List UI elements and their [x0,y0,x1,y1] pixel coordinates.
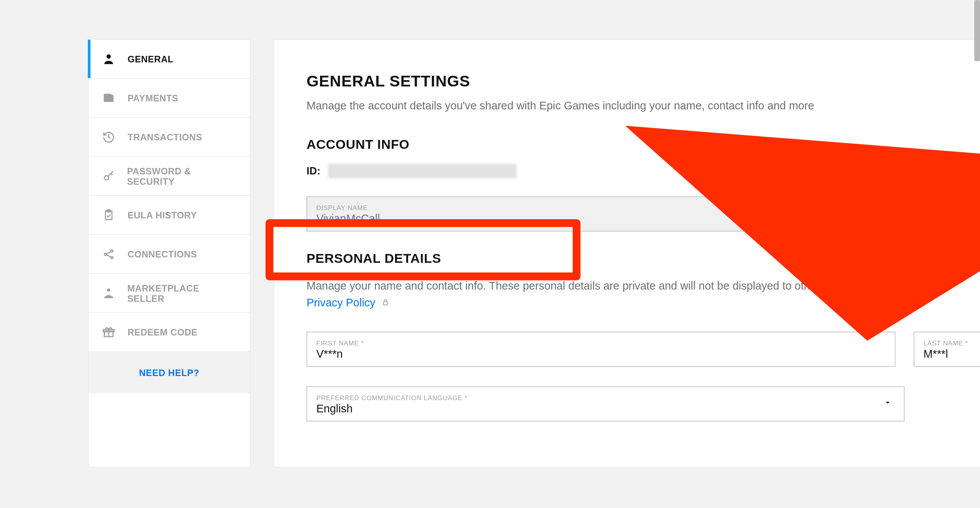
privacy-policy-link[interactable]: Privacy Policy [307,296,376,308]
sidebar-item-label: TRANSACTIONS [127,132,202,142]
chevron-down-icon [883,398,892,410]
page-subtitle: Manage the account details you've shared… [307,99,980,112]
share-icon [101,247,116,261]
sidebar-item-label: REDEEM CODE [127,327,198,337]
id-value-redacted [328,164,517,178]
wallet-icon [101,91,116,105]
edit-display-name-button[interactable] [860,196,895,231]
pencil-icon [871,207,884,221]
svg-point-7 [111,250,113,252]
person-icon [101,52,116,66]
lock-icon [381,298,389,308]
history-icon [101,130,116,144]
email-group: EMAIL ADDRESS m***l@gmail.com [914,196,980,231]
language-value: English [316,402,895,415]
first-name-field[interactable]: FIRST NAME * V***n [307,332,896,367]
svg-point-6 [105,253,107,255]
email-label: EMAIL ADDRESS [923,204,980,211]
content-panel: GENERAL SETTINGS Manage the account deta… [273,39,980,467]
sidebar-item-eula-history[interactable]: EULA HISTORY [88,196,250,235]
first-name-value: V***n [316,348,886,361]
account-info-heading: ACCOUNT INFO [307,137,980,152]
clipboard-icon [101,208,116,222]
svg-point-0 [106,54,111,58]
sidebar-item-general[interactable]: GENERAL [88,40,250,79]
id-label: ID: [307,165,320,177]
scrollbar[interactable] [974,0,980,61]
personal-details-desc: Manage your name and contact info. These… [307,278,980,311]
need-help-link[interactable]: NEED HELP? [88,352,250,394]
account-id-row: ID: [307,164,980,178]
display-name-label: DISPLAY NAME [316,204,843,211]
last-name-value: M***l [923,348,980,361]
email-field: EMAIL ADDRESS m***l@gmail.com [914,196,980,231]
email-value: m***l@gmail.com [923,212,980,225]
seller-icon [101,286,116,300]
first-name-label: FIRST NAME * [316,339,886,347]
sidebar-item-label: EULA HISTORY [127,210,197,220]
svg-rect-2 [104,94,111,96]
svg-point-9 [107,288,110,291]
sidebar-item-label: MARKETPLACE SELLER [127,283,237,303]
svg-point-3 [104,175,108,179]
sidebar-item-connections[interactable]: CONNECTIONS [88,235,250,274]
svg-rect-10 [104,296,113,298]
svg-rect-13 [383,301,387,304]
last-name-label: LAST NAME * [923,339,980,347]
sidebar-item-transactions[interactable]: TRANSACTIONS [88,118,250,157]
sidebar-item-redeem-code[interactable]: REDEEM CODE [88,313,250,352]
sidebar-item-label: CONNECTIONS [127,249,197,259]
sidebar-item-label: PASSWORD & SECURITY [127,166,237,186]
sidebar-item-password-security[interactable]: PASSWORD & SECURITY [88,157,250,196]
sidebar: GENERAL PAYMENTS TRANSACTIONS PASSWORD &… [88,39,251,467]
sidebar-item-payments[interactable]: PAYMENTS [88,79,250,118]
sidebar-item-label: PAYMENTS [127,93,178,103]
svg-point-8 [111,256,113,259]
language-label: PREFERRED COMMUNICATION LANGUAGE * [316,394,895,401]
sidebar-item-marketplace-seller[interactable]: MARKETPLACE SELLER [88,274,250,313]
key-icon [101,169,115,183]
gift-icon [101,325,116,339]
sidebar-item-label: GENERAL [127,54,173,64]
language-select[interactable]: PREFERRED COMMUNICATION LANGUAGE * Engli… [307,386,905,422]
annotation-highlight-box [266,219,581,280]
page-title: GENERAL SETTINGS [307,72,980,91]
last-name-field[interactable]: LAST NAME * M***l [914,332,980,367]
